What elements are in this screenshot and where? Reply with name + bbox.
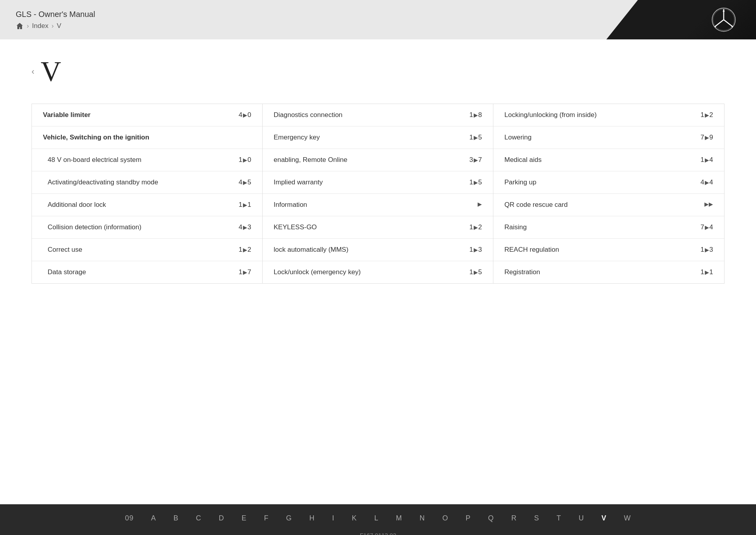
item-label: REACH regulation (504, 246, 697, 254)
list-item[interactable]: Diagnostics connection 1▶8 (263, 104, 493, 126)
alpha-09[interactable]: 09 (116, 514, 142, 522)
list-item[interactable]: Parking up 4▶4 (493, 171, 724, 194)
alpha-w[interactable]: W (615, 514, 640, 522)
item-label: Medical aids (504, 156, 697, 164)
item-page: 1▶2 (469, 223, 482, 231)
middle-column: Diagnostics connection 1▶8 Emergency key… (263, 104, 493, 283)
main-content: ‹ V Variable limiter 4▶0 Vehicle, Switch… (0, 39, 756, 504)
item-page: 7▶4 (700, 223, 713, 231)
list-item[interactable]: enabling, Remote Online 3▶7 (263, 149, 493, 171)
list-item[interactable]: 48 V on-board electrical system 1▶0 (32, 149, 262, 171)
current-letter: V (41, 55, 61, 88)
alpha-h[interactable]: H (300, 514, 323, 522)
alpha-d[interactable]: D (210, 514, 233, 522)
item-page: 1▶3 (700, 246, 713, 254)
list-item[interactable]: Correct use 1▶2 (32, 239, 262, 261)
breadcrumb: › Index › V (16, 22, 95, 30)
item-label: lock automatically (MMS) (274, 246, 465, 254)
left-column: Variable limiter 4▶0 Vehicle, Switching … (32, 104, 263, 283)
item-page: 1▶1 (239, 201, 251, 209)
item-label: 48 V on-board electrical system (48, 156, 235, 164)
item-page: 4▶3 (239, 223, 251, 231)
item-label: QR code rescue card (504, 201, 700, 209)
list-item[interactable]: KEYLESS-GO 1▶2 (263, 216, 493, 239)
alpha-a[interactable]: A (142, 514, 165, 522)
list-item[interactable]: Collision detection (information) 4▶3 (32, 216, 262, 239)
alpha-u[interactable]: U (570, 514, 593, 522)
alpha-s[interactable]: S (526, 514, 548, 522)
alpha-k[interactable]: K (343, 514, 366, 522)
list-item[interactable]: Variable limiter 4▶0 (32, 104, 262, 126)
alpha-l[interactable]: L (366, 514, 387, 522)
item-label: Raising (504, 223, 697, 231)
list-item[interactable]: REACH regulation 1▶3 (493, 239, 724, 261)
item-label: Variable limiter (43, 111, 235, 119)
item-page: 7▶9 (700, 134, 713, 141)
alpha-p[interactable]: P (457, 514, 480, 522)
breadcrumb-sep-1: › (27, 22, 29, 30)
item-page: 1▶0 (239, 156, 251, 164)
logo-area (606, 0, 756, 39)
list-item[interactable]: Locking/unlocking (from inside) 1▶2 (493, 104, 724, 126)
item-label: Correct use (48, 246, 235, 254)
list-item[interactable]: Lowering 7▶9 (493, 126, 724, 149)
item-label: Parking up (504, 178, 697, 186)
item-label: Data storage (48, 268, 235, 276)
item-label: Information (274, 201, 474, 209)
alpha-q[interactable]: Q (480, 514, 503, 522)
alpha-n[interactable]: N (411, 514, 434, 522)
list-item[interactable]: Activating/deactivating standby mode 4▶5 (32, 171, 262, 194)
footer-code: F167 0113 02 (0, 532, 756, 535)
item-page: 1▶5 (469, 268, 482, 276)
right-column: Locking/unlocking (from inside) 1▶2 Lowe… (493, 104, 724, 283)
mercedes-logo (711, 7, 736, 32)
list-item[interactable]: Information ▶ (263, 194, 493, 216)
alpha-v[interactable]: V (593, 514, 615, 522)
item-page: 1▶3 (469, 246, 482, 254)
list-item[interactable]: Vehicle, Switching on the ignition (32, 126, 262, 149)
item-label: Activating/deactivating standby mode (48, 178, 235, 186)
list-item[interactable]: Additional door lock 1▶1 (32, 194, 262, 216)
alpha-e[interactable]: E (233, 514, 255, 522)
list-item[interactable]: Data storage 1▶7 (32, 261, 262, 283)
alpha-i[interactable]: I (323, 514, 343, 522)
item-label: Lock/unlock (emergency key) (274, 268, 465, 276)
alpha-o[interactable]: O (434, 514, 457, 522)
item-label: Additional door lock (48, 201, 235, 209)
alphabet-nav: 09 A B C D E F G H I K L M N O P Q R S T… (0, 504, 756, 532)
item-label: Emergency key (274, 134, 465, 141)
item-page: 4▶0 (239, 111, 251, 119)
alpha-m[interactable]: M (387, 514, 411, 522)
svg-marker-5 (723, 9, 724, 11)
breadcrumb-v: V (57, 22, 61, 30)
index-grid: Variable limiter 4▶0 Vehicle, Switching … (32, 104, 724, 284)
list-item[interactable]: Implied warranty 1▶5 (263, 171, 493, 194)
item-label: Locking/unlocking (from inside) (504, 111, 697, 119)
item-page: 1▶1 (700, 268, 713, 276)
prev-letter-arrow[interactable]: ‹ (32, 67, 34, 77)
alpha-r[interactable]: R (503, 514, 526, 522)
alpha-c[interactable]: C (187, 514, 210, 522)
list-item[interactable]: Raising 7▶4 (493, 216, 724, 239)
alpha-f[interactable]: F (255, 514, 277, 522)
list-item[interactable]: Lock/unlock (emergency key) 1▶5 (263, 261, 493, 283)
item-label: Implied warranty (274, 178, 465, 186)
item-label: KEYLESS-GO (274, 223, 465, 231)
item-page: 1▶8 (469, 111, 482, 119)
list-item[interactable]: Registration 1▶1 (493, 261, 724, 283)
list-item[interactable]: QR code rescue card ▶▶ (493, 194, 724, 216)
item-page: 3▶7 (469, 156, 482, 164)
list-item[interactable]: lock automatically (MMS) 1▶3 (263, 239, 493, 261)
breadcrumb-index[interactable]: Index (32, 22, 48, 30)
list-item[interactable]: Medical aids 1▶4 (493, 149, 724, 171)
alpha-t[interactable]: T (548, 514, 570, 522)
item-label: Diagnostics connection (274, 111, 465, 119)
item-page: 4▶5 (239, 178, 251, 186)
home-icon[interactable] (16, 22, 24, 30)
item-page: 1▶5 (469, 134, 482, 141)
item-label: Vehicle, Switching on the ignition (43, 134, 247, 141)
item-page: ▶▶ (704, 201, 713, 207)
alpha-g[interactable]: G (277, 514, 300, 522)
alpha-b[interactable]: B (165, 514, 187, 522)
list-item[interactable]: Emergency key 1▶5 (263, 126, 493, 149)
